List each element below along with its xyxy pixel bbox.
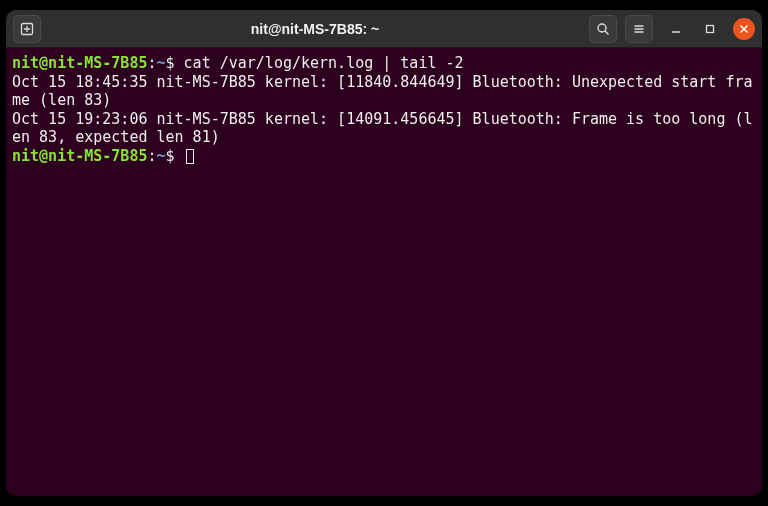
prompt-path: ~ [157, 54, 166, 72]
titlebar: nit@nit-MS-7B85: ~ [6, 10, 762, 48]
output-line-2: Oct 15 19:23:06 nit-MS-7B85 kernel: [140… [12, 110, 753, 147]
output-line-1: Oct 15 18:45:35 nit-MS-7B85 kernel: [118… [12, 73, 753, 110]
prompt-user-host-2: nit@nit-MS-7B85 [12, 147, 147, 165]
terminal-window: nit@nit-MS-7B85: ~ nit@nit-MS-7B85:~$ ca… [6, 10, 762, 496]
window-title: nit@nit-MS-7B85: ~ [49, 21, 581, 37]
hamburger-menu-button[interactable] [625, 15, 653, 43]
cursor [186, 149, 194, 164]
prompt-user-host: nit@nit-MS-7B85 [12, 54, 147, 72]
prompt-path-2: ~ [157, 147, 166, 165]
new-tab-button[interactable] [13, 15, 41, 43]
close-button[interactable] [733, 18, 755, 40]
terminal-content[interactable]: nit@nit-MS-7B85:~$ cat /var/log/kern.log… [6, 48, 762, 171]
prompt-sep-2: : [147, 147, 156, 165]
command-1: cat /var/log/kern.log | tail -2 [184, 54, 464, 72]
svg-rect-9 [707, 25, 714, 32]
svg-point-3 [598, 24, 606, 32]
prompt-symbol-2: $ [166, 147, 184, 165]
prompt-sep: : [147, 54, 156, 72]
svg-line-4 [605, 31, 609, 35]
maximize-button[interactable] [699, 18, 721, 40]
prompt-symbol: $ [166, 54, 184, 72]
search-button[interactable] [589, 15, 617, 43]
minimize-button[interactable] [665, 18, 687, 40]
